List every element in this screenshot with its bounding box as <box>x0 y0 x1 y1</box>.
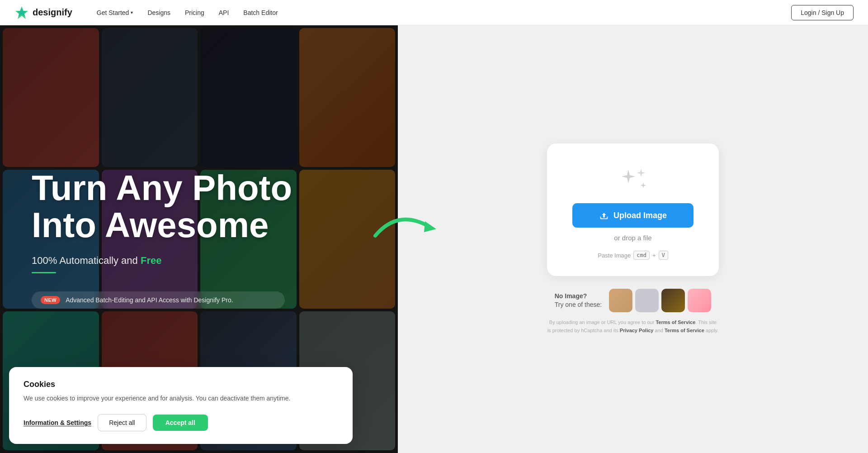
right-panel: Upload Image or drop a file Paste Image … <box>398 25 868 453</box>
cookie-actions: Information & Settings Reject all Accept… <box>24 414 338 431</box>
sparkles-icon <box>618 165 647 194</box>
paste-key-v: V <box>659 251 668 260</box>
navbar-actions: Login / Sign Up <box>791 5 854 20</box>
chevron-down-icon: ▾ <box>131 10 133 15</box>
nav-api[interactable]: API <box>212 5 236 20</box>
sample-thumb-4[interactable] <box>688 289 711 312</box>
terms-text: By uploading an image or URL you agree t… <box>547 319 719 334</box>
left-panel: Turn Any Photo Into Awesome 100% Automat… <box>0 25 398 453</box>
logo-text: designify <box>33 7 72 18</box>
green-arrow-icon <box>371 200 443 254</box>
main-container: Turn Any Photo Into Awesome 100% Automat… <box>0 25 868 453</box>
svg-marker-2 <box>424 221 436 232</box>
new-badge: NEW <box>41 296 60 304</box>
new-badge-text: Advanced Batch-Editing and API Access wi… <box>66 296 233 304</box>
cookie-accept-button[interactable]: Accept all <box>153 415 208 431</box>
nav-designs[interactable]: Designs <box>141 5 177 20</box>
sample-section: No Image? Try one of these: <box>555 289 712 312</box>
sample-thumb-2[interactable] <box>635 289 659 312</box>
paste-row: Paste Image cmd + V <box>598 251 668 260</box>
terms-link-2[interactable]: Terms of Service <box>665 328 704 333</box>
cookie-info-button[interactable]: Information & Settings <box>24 419 91 426</box>
hero-title: Turn Any Photo Into Awesome <box>32 170 366 244</box>
cookie-title: Cookies <box>24 380 338 389</box>
free-highlight: Free <box>141 255 161 266</box>
free-underline <box>32 272 56 273</box>
sample-thumb-3[interactable] <box>661 289 685 312</box>
navbar: designify Get Started ▾ Designs Pricing … <box>0 0 868 25</box>
nav-batch-editor[interactable]: Batch Editor <box>237 5 284 20</box>
terms-link-1[interactable]: Terms of Service <box>656 319 695 325</box>
logo[interactable]: designify <box>14 5 72 20</box>
new-badge-row: NEW Advanced Batch-Editing and API Acces… <box>32 291 285 309</box>
drop-text: or drop a file <box>614 234 651 242</box>
hero-subtitle: 100% Automatically and Free <box>32 255 366 267</box>
upload-icon <box>599 210 609 220</box>
nav-pricing[interactable]: Pricing <box>179 5 211 20</box>
no-image-text: No Image? Try one of these: <box>555 292 602 310</box>
logo-icon <box>14 5 29 20</box>
main-nav: Get Started ▾ Designs Pricing API Batch … <box>90 5 791 20</box>
login-button[interactable]: Login / Sign Up <box>791 5 854 20</box>
upload-image-button[interactable]: Upload Image <box>572 203 693 228</box>
cookie-text: We use cookies to improve your experienc… <box>24 394 338 403</box>
sample-thumb-1[interactable] <box>609 289 632 312</box>
sample-thumbs <box>609 289 711 312</box>
nav-get-started[interactable]: Get Started ▾ <box>90 5 140 20</box>
privacy-link[interactable]: Privacy Policy <box>620 328 654 333</box>
paste-key-cmd: cmd <box>633 251 650 260</box>
cookie-banner: Cookies We use cookies to improve your e… <box>9 367 353 444</box>
cookie-reject-button[interactable]: Reject all <box>98 414 146 431</box>
upload-card: Upload Image or drop a file Paste Image … <box>547 143 719 276</box>
